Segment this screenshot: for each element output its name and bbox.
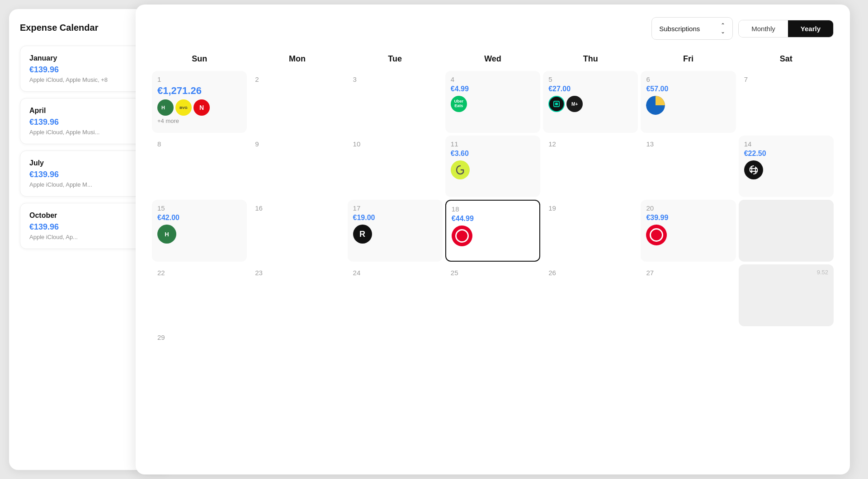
calendar-grid: 1 €1,271.26 H BVG N +4 more 2 3 — [152, 71, 834, 455]
grammarly-icon — [451, 160, 470, 179]
month-subs: Apple iCloud, Apple Musi... — [29, 129, 151, 136]
day-amount: €22.50 — [744, 150, 828, 158]
cal-day-16[interactable]: 16 — [250, 200, 344, 262]
day-number: 25 — [451, 269, 535, 277]
icon-row: H — [157, 225, 241, 244]
month-subs: Apple iCloud, Ap... — [29, 234, 151, 240]
cal-day-10[interactable]: 10 — [348, 136, 443, 197]
cal-day-15[interactable]: 15 €42.00 H — [152, 200, 247, 262]
cal-day-21 — [739, 200, 834, 262]
cal-day-22[interactable]: 22 — [152, 264, 247, 326]
cal-day-1[interactable]: 1 €1,271.26 H BVG N +4 more — [152, 71, 247, 133]
ubereats-icon: UberEats — [451, 96, 467, 112]
day-header-thu: Thu — [543, 51, 638, 67]
month-name: April — [29, 107, 151, 115]
day-number: 19 — [548, 204, 632, 212]
day-header-sun: Sun — [152, 51, 247, 67]
day-header-fri: Fri — [641, 51, 736, 67]
more-badge: +4 more — [157, 117, 241, 124]
icon-row — [452, 225, 534, 246]
notchpay-icon — [548, 96, 565, 112]
day-header-tue: Tue — [348, 51, 443, 67]
month-name: July — [29, 159, 151, 167]
vodafone-icon-today — [452, 225, 472, 246]
cal-day-13[interactable]: 13 — [641, 136, 736, 197]
day-number: 13 — [646, 140, 730, 148]
cal-day-25[interactable]: 25 — [445, 264, 540, 326]
subscriptions-dropdown[interactable]: Subscriptions ⌃⌄ — [651, 17, 733, 40]
mplus-icon: M+ — [566, 96, 583, 112]
day-amount: €4.99 — [451, 85, 535, 93]
icon-row — [451, 160, 535, 179]
monthly-toggle[interactable]: Monthly — [739, 20, 788, 37]
month-amount: €139.96 — [29, 65, 151, 75]
cal-day-26[interactable]: 26 — [543, 264, 638, 326]
day-number: 24 — [353, 269, 437, 277]
cal-day-w5-2 — [250, 329, 344, 391]
day-number: 2 — [255, 75, 339, 83]
day-amount: €1,271.26 — [157, 85, 241, 97]
chevron-icon: ⌃⌄ — [721, 22, 725, 35]
icon-row — [646, 225, 730, 245]
cal-day-12[interactable]: 12 — [543, 136, 638, 197]
month-amount: €139.96 — [29, 170, 151, 179]
day-amount: €39.99 — [646, 214, 730, 222]
cal-day-17[interactable]: 17 €19.00 R — [348, 200, 443, 262]
day-number: 6 — [646, 75, 730, 83]
day-header-mon: Mon — [250, 51, 344, 67]
day-number: 5 — [548, 75, 632, 83]
icon-row: M+ — [548, 96, 632, 112]
cal-day-2[interactable]: 2 — [250, 71, 344, 133]
cal-day-w5-7 — [739, 329, 834, 391]
day-number: 16 — [255, 204, 339, 212]
month-name: January — [29, 54, 151, 62]
cal-day-7[interactable]: 7 — [739, 71, 834, 133]
day-number: 17 — [353, 204, 437, 212]
bvg-icon: BVG — [175, 99, 192, 116]
day-number: 15 — [157, 204, 241, 212]
cal-day-24[interactable]: 24 — [348, 264, 443, 326]
day-number: 9.52 — [744, 269, 828, 276]
svg-text:H: H — [161, 105, 165, 110]
month-subs: Apple iCloud, Apple Music, +8 — [29, 76, 151, 83]
revolut-icon: R — [353, 225, 372, 244]
month-amount: €139.96 — [29, 117, 151, 127]
cal-day-8[interactable]: 8 — [152, 136, 247, 197]
cal-day-11[interactable]: 11 €3.60 — [445, 136, 540, 197]
day-number: 23 — [255, 269, 339, 277]
icon-row — [646, 96, 730, 115]
cal-day-29[interactable]: 29 — [152, 329, 247, 391]
cal-day-27[interactable]: 27 — [641, 264, 736, 326]
svg-rect-2 — [555, 103, 558, 105]
cal-day-20[interactable]: 20 €39.99 — [641, 200, 736, 262]
day-number: 7 — [744, 75, 828, 83]
dropdown-label: Subscriptions — [659, 25, 700, 33]
cal-day-w5-3 — [348, 329, 443, 391]
day-header-sat: Sat — [739, 51, 834, 67]
icon-row: R — [353, 225, 437, 244]
icon-row: UberEats — [451, 96, 535, 112]
cal-day-4[interactable]: 4 €4.99 UberEats — [445, 71, 540, 133]
cal-day-5[interactable]: 5 €27.00 M+ — [543, 71, 638, 133]
day-number: 27 — [646, 269, 730, 277]
yearly-toggle[interactable]: Yearly — [788, 20, 833, 37]
day-number: 20 — [646, 204, 730, 212]
day-amount: €27.00 — [548, 85, 632, 93]
day-amount: €42.00 — [157, 214, 241, 222]
helpling-icon-2: H — [157, 225, 176, 244]
cal-day-18[interactable]: 18 €44.99 — [445, 200, 540, 262]
month-name: October — [29, 211, 151, 220]
day-header-wed: Wed — [445, 51, 540, 67]
cal-day-3[interactable]: 3 — [348, 71, 443, 133]
cal-day-6[interactable]: 6 €57.00 — [641, 71, 736, 133]
day-amount: €57.00 — [646, 85, 730, 93]
openai-icon — [744, 160, 763, 179]
day-number: 1 — [157, 75, 241, 83]
cal-day-19[interactable]: 19 — [543, 200, 638, 262]
cal-day-23[interactable]: 23 — [250, 264, 344, 326]
month-amount: €139.96 — [29, 222, 151, 232]
day-number: 3 — [353, 75, 437, 83]
cal-day-9[interactable]: 9 — [250, 136, 344, 197]
cal-day-14[interactable]: 14 €22.50 — [739, 136, 834, 197]
day-amount: €44.99 — [452, 215, 534, 223]
